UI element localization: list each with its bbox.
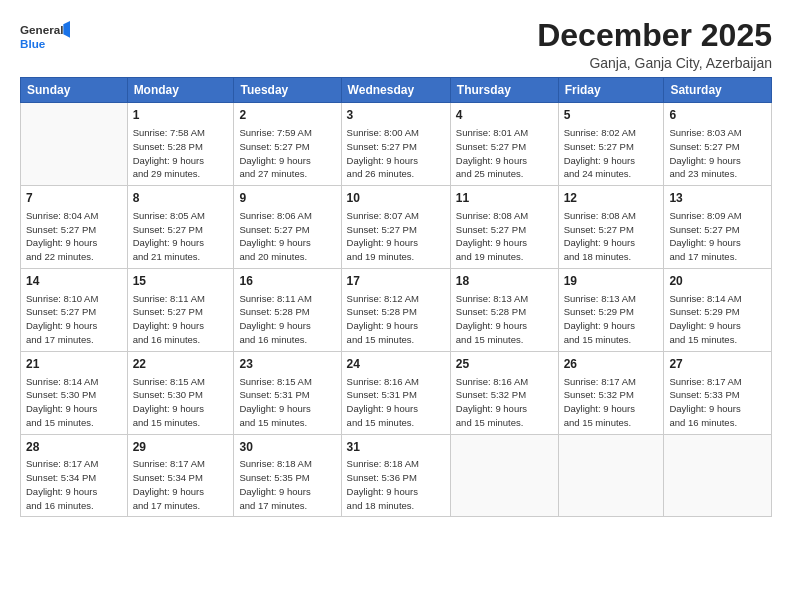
- day-info: Sunrise: 8:06 AM Sunset: 5:27 PM Dayligh…: [239, 209, 335, 264]
- calendar-cell: 3Sunrise: 8:00 AM Sunset: 5:27 PM Daylig…: [341, 103, 450, 186]
- calendar-cell: 27Sunrise: 8:17 AM Sunset: 5:33 PM Dayli…: [664, 351, 772, 434]
- calendar-cell: [21, 103, 128, 186]
- calendar-cell: [450, 434, 558, 517]
- calendar-cell: 29Sunrise: 8:17 AM Sunset: 5:34 PM Dayli…: [127, 434, 234, 517]
- day-info: Sunrise: 8:15 AM Sunset: 5:30 PM Dayligh…: [133, 375, 229, 430]
- calendar-cell: 30Sunrise: 8:18 AM Sunset: 5:35 PM Dayli…: [234, 434, 341, 517]
- day-info: Sunrise: 8:16 AM Sunset: 5:31 PM Dayligh…: [347, 375, 445, 430]
- day-number: 20: [669, 273, 766, 290]
- calendar-cell: 26Sunrise: 8:17 AM Sunset: 5:32 PM Dayli…: [558, 351, 664, 434]
- day-number: 5: [564, 107, 659, 124]
- calendar-week-row: 7Sunrise: 8:04 AM Sunset: 5:27 PM Daylig…: [21, 186, 772, 269]
- day-number: 18: [456, 273, 553, 290]
- weekday-header: Tuesday: [234, 78, 341, 103]
- svg-text:General: General: [20, 23, 63, 36]
- calendar-cell: [664, 434, 772, 517]
- calendar-cell: 28Sunrise: 8:17 AM Sunset: 5:34 PM Dayli…: [21, 434, 128, 517]
- day-number: 28: [26, 439, 122, 456]
- calendar-cell: 21Sunrise: 8:14 AM Sunset: 5:30 PM Dayli…: [21, 351, 128, 434]
- weekday-header: Sunday: [21, 78, 128, 103]
- calendar-cell: 12Sunrise: 8:08 AM Sunset: 5:27 PM Dayli…: [558, 186, 664, 269]
- calendar-cell: 9Sunrise: 8:06 AM Sunset: 5:27 PM Daylig…: [234, 186, 341, 269]
- day-info: Sunrise: 8:13 AM Sunset: 5:29 PM Dayligh…: [564, 292, 659, 347]
- day-number: 12: [564, 190, 659, 207]
- day-number: 4: [456, 107, 553, 124]
- header: General Blue December 2025 Ganja, Ganja …: [20, 18, 772, 71]
- day-number: 30: [239, 439, 335, 456]
- calendar-cell: 10Sunrise: 8:07 AM Sunset: 5:27 PM Dayli…: [341, 186, 450, 269]
- day-number: 17: [347, 273, 445, 290]
- day-info: Sunrise: 8:18 AM Sunset: 5:36 PM Dayligh…: [347, 457, 445, 512]
- day-number: 8: [133, 190, 229, 207]
- day-number: 3: [347, 107, 445, 124]
- calendar-cell: 20Sunrise: 8:14 AM Sunset: 5:29 PM Dayli…: [664, 268, 772, 351]
- day-info: Sunrise: 8:11 AM Sunset: 5:28 PM Dayligh…: [239, 292, 335, 347]
- day-info: Sunrise: 8:00 AM Sunset: 5:27 PM Dayligh…: [347, 126, 445, 181]
- calendar-cell: 2Sunrise: 7:59 AM Sunset: 5:27 PM Daylig…: [234, 103, 341, 186]
- day-number: 16: [239, 273, 335, 290]
- day-number: 11: [456, 190, 553, 207]
- day-info: Sunrise: 8:03 AM Sunset: 5:27 PM Dayligh…: [669, 126, 766, 181]
- calendar-table: SundayMondayTuesdayWednesdayThursdayFrid…: [20, 77, 772, 517]
- svg-text:Blue: Blue: [20, 37, 46, 50]
- calendar-cell: 23Sunrise: 8:15 AM Sunset: 5:31 PM Dayli…: [234, 351, 341, 434]
- day-info: Sunrise: 8:09 AM Sunset: 5:27 PM Dayligh…: [669, 209, 766, 264]
- day-info: Sunrise: 8:05 AM Sunset: 5:27 PM Dayligh…: [133, 209, 229, 264]
- calendar-week-row: 21Sunrise: 8:14 AM Sunset: 5:30 PM Dayli…: [21, 351, 772, 434]
- calendar-cell: 1Sunrise: 7:58 AM Sunset: 5:28 PM Daylig…: [127, 103, 234, 186]
- day-number: 9: [239, 190, 335, 207]
- calendar-cell: 13Sunrise: 8:09 AM Sunset: 5:27 PM Dayli…: [664, 186, 772, 269]
- day-number: 27: [669, 356, 766, 373]
- day-number: 15: [133, 273, 229, 290]
- logo-svg: General Blue: [20, 18, 70, 54]
- day-number: 21: [26, 356, 122, 373]
- calendar-cell: 17Sunrise: 8:12 AM Sunset: 5:28 PM Dayli…: [341, 268, 450, 351]
- day-number: 22: [133, 356, 229, 373]
- calendar-week-row: 28Sunrise: 8:17 AM Sunset: 5:34 PM Dayli…: [21, 434, 772, 517]
- day-info: Sunrise: 8:11 AM Sunset: 5:27 PM Dayligh…: [133, 292, 229, 347]
- day-number: 1: [133, 107, 229, 124]
- day-info: Sunrise: 7:58 AM Sunset: 5:28 PM Dayligh…: [133, 126, 229, 181]
- day-info: Sunrise: 8:07 AM Sunset: 5:27 PM Dayligh…: [347, 209, 445, 264]
- weekday-header: Friday: [558, 78, 664, 103]
- calendar-cell: 11Sunrise: 8:08 AM Sunset: 5:27 PM Dayli…: [450, 186, 558, 269]
- day-number: 2: [239, 107, 335, 124]
- day-info: Sunrise: 8:10 AM Sunset: 5:27 PM Dayligh…: [26, 292, 122, 347]
- day-number: 31: [347, 439, 445, 456]
- day-number: 14: [26, 273, 122, 290]
- day-info: Sunrise: 8:14 AM Sunset: 5:29 PM Dayligh…: [669, 292, 766, 347]
- day-info: Sunrise: 8:01 AM Sunset: 5:27 PM Dayligh…: [456, 126, 553, 181]
- day-info: Sunrise: 8:14 AM Sunset: 5:30 PM Dayligh…: [26, 375, 122, 430]
- title-block: December 2025 Ganja, Ganja City, Azerbai…: [537, 18, 772, 71]
- subtitle: Ganja, Ganja City, Azerbaijan: [537, 55, 772, 71]
- calendar-cell: 24Sunrise: 8:16 AM Sunset: 5:31 PM Dayli…: [341, 351, 450, 434]
- calendar-cell: 22Sunrise: 8:15 AM Sunset: 5:30 PM Dayli…: [127, 351, 234, 434]
- calendar-cell: 18Sunrise: 8:13 AM Sunset: 5:28 PM Dayli…: [450, 268, 558, 351]
- day-info: Sunrise: 8:12 AM Sunset: 5:28 PM Dayligh…: [347, 292, 445, 347]
- calendar-week-row: 1Sunrise: 7:58 AM Sunset: 5:28 PM Daylig…: [21, 103, 772, 186]
- calendar-cell: 6Sunrise: 8:03 AM Sunset: 5:27 PM Daylig…: [664, 103, 772, 186]
- logo: General Blue: [20, 18, 70, 54]
- day-number: 29: [133, 439, 229, 456]
- day-number: 23: [239, 356, 335, 373]
- svg-marker-2: [63, 21, 70, 38]
- day-number: 10: [347, 190, 445, 207]
- day-info: Sunrise: 8:02 AM Sunset: 5:27 PM Dayligh…: [564, 126, 659, 181]
- day-info: Sunrise: 8:08 AM Sunset: 5:27 PM Dayligh…: [564, 209, 659, 264]
- day-info: Sunrise: 8:17 AM Sunset: 5:34 PM Dayligh…: [26, 457, 122, 512]
- weekday-header: Saturday: [664, 78, 772, 103]
- calendar-cell: 5Sunrise: 8:02 AM Sunset: 5:27 PM Daylig…: [558, 103, 664, 186]
- calendar-cell: 19Sunrise: 8:13 AM Sunset: 5:29 PM Dayli…: [558, 268, 664, 351]
- day-info: Sunrise: 7:59 AM Sunset: 5:27 PM Dayligh…: [239, 126, 335, 181]
- weekday-header: Monday: [127, 78, 234, 103]
- page-title: December 2025: [537, 18, 772, 53]
- calendar-cell: 14Sunrise: 8:10 AM Sunset: 5:27 PM Dayli…: [21, 268, 128, 351]
- day-info: Sunrise: 8:17 AM Sunset: 5:32 PM Dayligh…: [564, 375, 659, 430]
- day-info: Sunrise: 8:17 AM Sunset: 5:33 PM Dayligh…: [669, 375, 766, 430]
- calendar-cell: 16Sunrise: 8:11 AM Sunset: 5:28 PM Dayli…: [234, 268, 341, 351]
- weekday-header: Thursday: [450, 78, 558, 103]
- day-info: Sunrise: 8:16 AM Sunset: 5:32 PM Dayligh…: [456, 375, 553, 430]
- day-number: 6: [669, 107, 766, 124]
- weekday-header: Wednesday: [341, 78, 450, 103]
- calendar-cell: 31Sunrise: 8:18 AM Sunset: 5:36 PM Dayli…: [341, 434, 450, 517]
